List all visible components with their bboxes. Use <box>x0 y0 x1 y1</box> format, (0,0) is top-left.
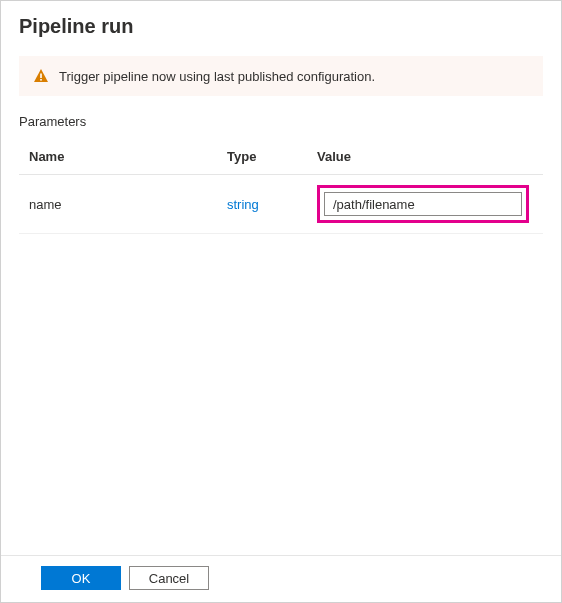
table-header-row: Name Type Value <box>19 139 543 175</box>
param-value-input[interactable] <box>324 192 522 216</box>
value-highlight-frame <box>317 185 529 223</box>
panel-title: Pipeline run <box>19 15 543 38</box>
column-header-type: Type <box>219 139 309 175</box>
banner-text: Trigger pipeline now using last publishe… <box>59 69 375 84</box>
svg-rect-1 <box>40 79 42 81</box>
cancel-button[interactable]: Cancel <box>129 566 209 590</box>
ok-button[interactable]: OK <box>41 566 121 590</box>
column-header-value: Value <box>309 139 543 175</box>
panel-footer: OK Cancel <box>1 555 561 602</box>
parameters-section-label: Parameters <box>1 110 561 139</box>
param-type-cell: string <box>219 175 309 234</box>
param-name-cell: name <box>19 175 219 234</box>
svg-rect-0 <box>40 74 42 79</box>
warning-icon <box>33 68 49 84</box>
parameters-table: Name Type Value name string <box>19 139 543 234</box>
param-value-cell <box>309 175 543 234</box>
panel-header: Pipeline run <box>1 1 561 48</box>
trigger-info-banner: Trigger pipeline now using last publishe… <box>19 56 543 96</box>
table-row: name string <box>19 175 543 234</box>
column-header-name: Name <box>19 139 219 175</box>
